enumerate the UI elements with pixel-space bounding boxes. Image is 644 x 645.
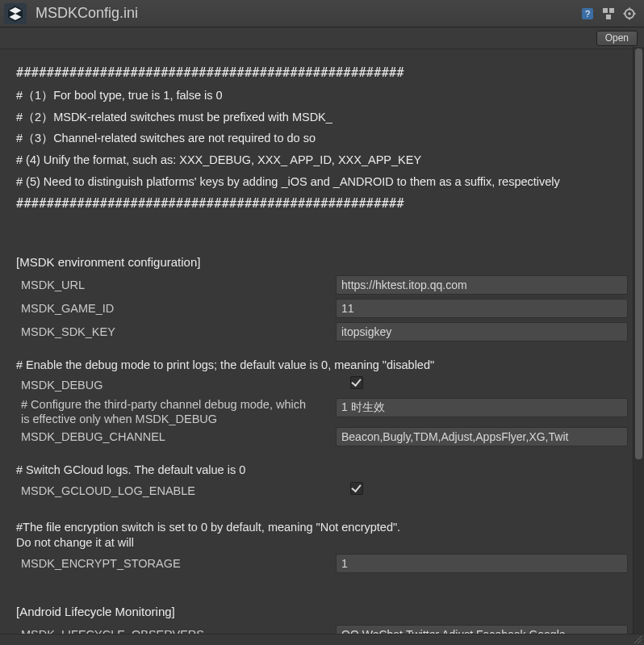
config-key-label: MSDK_DEBUG bbox=[16, 375, 336, 396]
rule-line: # (5) Need to distinguish platforms' key… bbox=[16, 171, 636, 193]
rule-line: #（3）Channel-related switches are not req… bbox=[16, 128, 636, 149]
scrollbar-thumb[interactable] bbox=[635, 48, 642, 459]
config-row: MSDK_DEBUG_CHANNEL bbox=[16, 426, 636, 448]
comment-line: #The file encryption switch is set to 0 … bbox=[16, 520, 636, 551]
svg-point-7 bbox=[628, 12, 631, 15]
encrypt-storage-input[interactable] bbox=[336, 554, 628, 573]
unity-logo-icon bbox=[3, 2, 27, 25]
comment-text: # Configure the third-party channel debu… bbox=[21, 398, 306, 411]
rule-line: #（2）MSDK-related switches must be prefix… bbox=[16, 107, 636, 128]
bottom-bar bbox=[0, 634, 644, 645]
section-title-env: [MSDK environment configuration] bbox=[16, 251, 636, 274]
svg-rect-5 bbox=[606, 15, 611, 19]
rule-line: # (4) Unify the format, such as: XXX_DEB… bbox=[16, 149, 636, 171]
comment-line: # Switch GCloud logs. The default value … bbox=[16, 463, 636, 479]
comment-text: Do not change it at will bbox=[16, 536, 134, 549]
config-row: # Configure the third-party channel debu… bbox=[16, 396, 636, 426]
svg-line-14 bbox=[641, 643, 642, 643]
msdk-sdkkey-input[interactable] bbox=[336, 322, 628, 341]
config-row: MSDK_DEBUG bbox=[16, 375, 636, 396]
debug-channel-input[interactable] bbox=[336, 427, 628, 446]
section-title-lifecycle: [Android Lifecycle Monitoring] bbox=[16, 601, 636, 623]
content-area: ########################################… bbox=[0, 49, 644, 645]
svg-line-12 bbox=[634, 636, 642, 643]
config-row: MSDK_URL bbox=[16, 274, 636, 296]
window-title: MSDKConfig.ini bbox=[36, 5, 581, 22]
subheader: Open bbox=[0, 27, 644, 49]
debug-effective-input[interactable] bbox=[336, 398, 628, 417]
config-row: MSDK_GAME_ID bbox=[16, 298, 636, 320]
msdk-gameid-input[interactable] bbox=[336, 299, 628, 318]
hash-line-bottom: ########################################… bbox=[16, 193, 636, 216]
rule-line: #（1）For bool type, true is 1, false is 0 bbox=[16, 85, 636, 107]
open-button[interactable]: Open bbox=[596, 31, 638, 46]
svg-rect-4 bbox=[609, 8, 614, 13]
config-key-label: MSDK_URL bbox=[16, 274, 336, 296]
comment-multiline: # Configure the third-party channel debu… bbox=[16, 396, 336, 426]
vertical-scrollbar[interactable] bbox=[633, 47, 644, 634]
help-icon[interactable]: ? bbox=[581, 7, 594, 20]
config-key-label: MSDK_ENCRYPT_STORAGE bbox=[16, 553, 336, 575]
prefab-icon[interactable] bbox=[602, 7, 615, 20]
gcloud-log-checkbox[interactable] bbox=[350, 482, 363, 495]
hash-line-top: ########################################… bbox=[16, 62, 636, 85]
config-row: MSDK_SDK_KEY bbox=[16, 321, 636, 343]
config-row: MSDK_ENCRYPT_STORAGE bbox=[16, 553, 636, 575]
config-key-label: MSDK_GCLOUD_LOG_ENABLE bbox=[16, 480, 336, 502]
resize-grip-icon[interactable] bbox=[633, 635, 642, 644]
svg-rect-3 bbox=[603, 8, 608, 13]
comment-text: #The file encryption switch is set to 0 … bbox=[16, 521, 400, 534]
inspector-header: MSDKConfig.ini ? bbox=[0, 0, 644, 27]
msdk-debug-checkbox[interactable] bbox=[350, 376, 363, 389]
msdk-url-input[interactable] bbox=[336, 275, 628, 295]
svg-text:?: ? bbox=[585, 9, 590, 19]
config-row: MSDK_GCLOUD_LOG_ENABLE bbox=[16, 480, 636, 502]
comment-text: is effective only when MSDK_DEBUG bbox=[21, 413, 217, 425]
comment-line: # Enable the debug mode to print logs; t… bbox=[16, 358, 636, 374]
gear-icon[interactable] bbox=[623, 7, 636, 20]
config-key-label: MSDK_SDK_KEY bbox=[16, 321, 336, 343]
config-key-label: MSDK_DEBUG_CHANNEL bbox=[16, 426, 336, 448]
config-key-label: MSDK_GAME_ID bbox=[16, 298, 336, 320]
header-icon-group: ? bbox=[581, 7, 639, 20]
